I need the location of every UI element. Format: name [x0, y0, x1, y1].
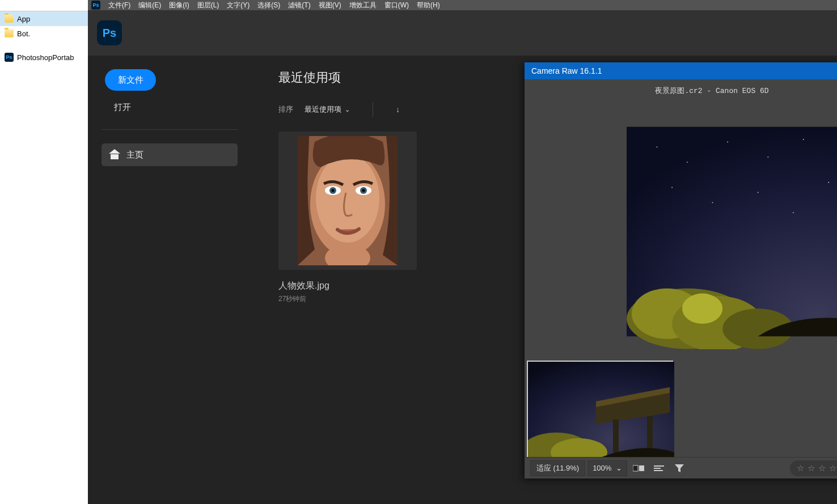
menu-view[interactable]: 视图(V)	[319, 1, 341, 10]
explorer-item-label: Bot.	[17, 29, 30, 38]
filmstrip-thumb[interactable]	[527, 361, 673, 458]
explorer-item-label: PhotoshopPortab	[17, 53, 74, 62]
svg-rect-46	[639, 465, 644, 471]
camera-raw-dialog: Camera Raw 16.1.1 夜景原图.cr2 - Canon EOS 6…	[525, 62, 837, 478]
camera-raw-titlebar[interactable]: Camera Raw 16.1.1	[525, 62, 837, 79]
svg-point-15	[768, 156, 769, 158]
menu-window[interactable]: 窗口(W)	[384, 1, 409, 10]
recent-thumbnail	[278, 132, 417, 270]
nav-home[interactable]: 主页	[102, 143, 238, 166]
svg-point-21	[758, 192, 759, 193]
home-icon	[109, 150, 120, 159]
svg-point-20	[712, 202, 713, 203]
camera-raw-file-info: 夜景原图.cr2 - Canon EOS 6D	[525, 79, 837, 102]
explorer-item-label: App	[17, 15, 30, 23]
photoshop-window: Ps 文件(F) 编辑(E) 图像(I) 图层(L) 文字(Y) 选择(S) 滤…	[88, 0, 837, 504]
folder-icon	[5, 29, 14, 37]
svg-point-14	[727, 141, 728, 142]
sort-dropdown[interactable]: 最近使用项 ⌄	[305, 104, 350, 115]
filmstrip-image	[528, 362, 674, 459]
recent-file-name: 人物效果.jpg	[278, 280, 417, 292]
nav-home-label: 主页	[126, 150, 143, 160]
menu-help[interactable]: 帮助(H)	[417, 1, 440, 10]
svg-point-19	[671, 187, 673, 188]
star-icon[interactable]: ☆	[797, 463, 804, 473]
svg-point-12	[657, 146, 658, 147]
fit-zoom-label[interactable]: 适应 (11.9%)	[530, 460, 585, 476]
recent-file-card[interactable]: 人物效果.jpg 27秒钟前	[278, 132, 417, 304]
menu-plugins[interactable]: 增效工具	[349, 1, 377, 10]
menu-filter[interactable]: 滤镜(T)	[288, 1, 310, 10]
camera-raw-bottom-bar: 适应 (11.9%) 100% ⌄ ☆ ☆ ☆ ☆	[525, 457, 837, 478]
zoom-value: 100%	[593, 464, 611, 472]
explorer-header	[0, 0, 88, 11]
menu-select[interactable]: 选择(S)	[257, 1, 280, 10]
recent-file-time: 27秒钟前	[278, 294, 417, 304]
star-icon[interactable]: ☆	[808, 463, 815, 473]
star-icon[interactable]: ☆	[818, 463, 826, 473]
filter-icon[interactable]	[670, 460, 688, 476]
menu-type[interactable]: 文字(Y)	[227, 1, 250, 10]
open-button[interactable]: 打开	[102, 96, 238, 118]
rating-stars: ☆ ☆ ☆ ☆ ☆ ☆ ☆ ☆ ☆	[790, 460, 837, 476]
menu-file[interactable]: 文件(F)	[108, 1, 130, 10]
svg-point-22	[793, 212, 794, 213]
chevron-down-icon: ⌄	[616, 464, 622, 472]
before-after-icon[interactable]	[629, 460, 648, 476]
night-scene-image	[627, 114, 837, 349]
file-explorer-panel: App Bot. Ps PhotoshopPortab	[0, 0, 88, 504]
sort-direction-icon[interactable]: ↓	[396, 105, 400, 114]
folder-icon	[5, 15, 14, 23]
svg-rect-45	[633, 465, 638, 471]
levels-icon[interactable]	[650, 460, 668, 476]
svg-point-16	[803, 139, 804, 140]
ps-logo-icon: Ps	[97, 20, 122, 45]
sidebar-divider	[102, 129, 238, 130]
top-strip: Ps	[88, 10, 837, 56]
sort-value: 最近使用项	[305, 104, 341, 115]
zoom-select[interactable]: 100% ⌄	[587, 460, 627, 476]
separator	[373, 102, 373, 117]
filmstrip	[525, 355, 837, 457]
svg-point-13	[687, 162, 688, 163]
ps-file-icon: Ps	[5, 53, 14, 62]
chevron-down-icon: ⌄	[345, 106, 350, 113]
svg-marker-50	[675, 464, 684, 472]
sort-label: 排序	[278, 104, 293, 115]
new-file-button[interactable]: 新文件	[105, 69, 156, 91]
camera-raw-preview[interactable]	[525, 102, 837, 355]
svg-point-8	[332, 189, 335, 192]
menu-edit[interactable]: 编辑(E)	[138, 1, 161, 10]
portrait-image	[298, 136, 398, 265]
home-sidebar: 新文件 打开 主页	[88, 56, 251, 504]
svg-point-23	[828, 181, 829, 183]
star-icon[interactable]: ☆	[829, 463, 836, 473]
explorer-item-psportable[interactable]: Ps PhotoshopPortab	[0, 50, 88, 65]
menu-layer[interactable]: 图层(L)	[197, 1, 219, 10]
svg-point-9	[362, 189, 365, 192]
menu-image[interactable]: 图像(I)	[169, 1, 189, 10]
explorer-item-bot[interactable]: Bot.	[0, 26, 88, 41]
explorer-item-app[interactable]: App	[0, 11, 88, 26]
svg-point-37	[682, 293, 722, 323]
ps-badge-icon: Ps	[91, 1, 100, 10]
menu-bar: Ps 文件(F) 编辑(E) 图像(I) 图层(L) 文字(Y) 选择(S) 滤…	[88, 0, 837, 10]
